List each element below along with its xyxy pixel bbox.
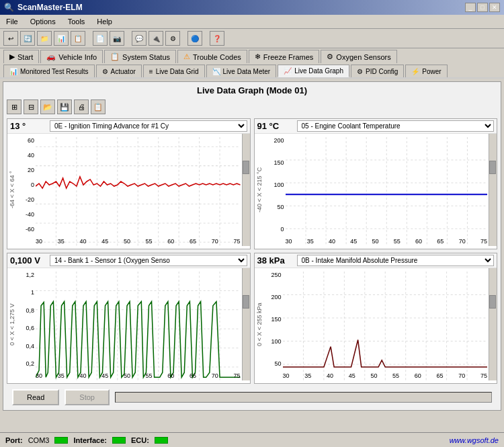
charts-grid: 13 ° 0E - Ignition Timing Advance for #1… <box>7 118 497 384</box>
grid-label: Live Data Grid <box>156 68 199 75</box>
toolbar-btn-8[interactable]: 💬 <box>132 31 146 46</box>
system-label: System Status <box>122 53 170 61</box>
tab-power[interactable]: ⚡ Power <box>405 65 447 77</box>
chart-oxygen-header: 0,100 V 14 - Bank 1 - Sensor 1 (Oxygen S… <box>7 253 250 268</box>
chart-manifold-area: 250 200 150 100 50 <box>264 268 497 380</box>
freeze-icon: ❄ <box>255 52 261 61</box>
tab-live-data-graph[interactable]: 📈 Live Data Graph <box>278 65 349 77</box>
chart-manifold-body: 0 < X < 255 kPa 250 200 150 100 50 <box>255 268 497 380</box>
chart-manifold-dropdown[interactable]: 0B - Intake Manifold Absolute Pressure <box>297 255 495 266</box>
menu-options[interactable]: Options <box>28 16 58 27</box>
ecu-indicator <box>155 437 168 444</box>
actuator-icon: ⚙ <box>102 68 108 75</box>
toolbar-btn-3[interactable]: 📁 <box>37 31 52 46</box>
chart-coolant-area: 200 150 100 50 0 <box>264 134 497 246</box>
chart-oxygen-yaxis: 0 < X < 1,275 V <box>7 268 17 380</box>
tab-bar-1: ▶ Start 🚗 Vehicle Info 📋 System Status ⚠… <box>0 48 504 63</box>
menu-help[interactable]: Help <box>94 16 115 27</box>
start-label: Start <box>17 53 33 61</box>
tab-actuator[interactable]: ⚙ Actuator <box>96 65 142 77</box>
chart-coolant-header: 91 °C 05 - Engine Coolant Temperature <box>255 119 497 134</box>
power-icon: ⚡ <box>411 68 419 75</box>
toolbar-btn-11[interactable]: 🔵 <box>187 31 202 46</box>
pid-label: PID Config <box>366 68 398 75</box>
chart-oxygen-value: 0,100 V <box>10 255 47 266</box>
toolbar-btn-10[interactable]: ⚙ <box>165 31 180 46</box>
main-content: Live Data Graph (Mode 01) ⊞ ⊟ 📂 💾 🖨 📋 13… <box>3 81 501 411</box>
chart-coolant-svg <box>286 137 488 246</box>
chart-manifold: 38 kPa 0B - Intake Manifold Absolute Pre… <box>254 253 498 384</box>
title-bar: 🔍 ScanMaster-ELM _ □ ✕ <box>0 0 504 15</box>
minimize-button[interactable]: _ <box>465 3 476 12</box>
grid-icon: ≡ <box>149 68 153 75</box>
tab-vehicle-info[interactable]: 🚗 Vehicle Info <box>40 50 103 63</box>
chart-ignition-value: 13 ° <box>10 121 47 131</box>
tab-freeze-frames[interactable]: ❄ Freeze Frames <box>249 50 320 63</box>
menu-tools[interactable]: Tools <box>65 16 88 27</box>
chart-coolant-yaxis: -40 < X < 215 °C <box>255 134 264 246</box>
tab-oxygen-sensors[interactable]: ⚙ Oxygen Sensors <box>321 50 396 63</box>
graph-label: Live Data Graph <box>294 67 343 75</box>
graph-btn-layout2[interactable]: ⊟ <box>24 99 38 114</box>
read-button[interactable]: Read <box>12 389 59 405</box>
tab-monitored-test[interactable]: 📊 Monitored Test Results <box>3 65 95 77</box>
graph-btn-open[interactable]: 📂 <box>40 99 55 114</box>
toolbar-btn-6[interactable]: 📄 <box>93 31 108 46</box>
section-title: Live Data Graph (Mode 01) <box>7 85 497 95</box>
interface-label: Interface: <box>73 436 107 444</box>
toolbar-btn-4[interactable]: 📊 <box>54 31 69 46</box>
main-toolbar: ↩ 🔄 📁 📊 📋 📄 📷 💬 🔌 ⚙ 🔵 ❓ <box>0 29 504 48</box>
port-indicator <box>54 437 68 444</box>
chart-ignition-dropdown[interactable]: 0E - Ignition Timing Advance for #1 Cy <box>50 120 247 132</box>
pid-icon: ⚙ <box>357 68 363 75</box>
stop-button[interactable]: Stop <box>65 389 110 405</box>
tab-trouble-codes[interactable]: ⚠ Trouble Codes <box>177 50 247 63</box>
tab-live-data-grid[interactable]: ≡ Live Data Grid <box>143 65 205 77</box>
trouble-icon: ⚠ <box>183 52 190 61</box>
toolbar-btn-2[interactable]: 🔄 <box>20 31 35 46</box>
app-title: ScanMaster-ELM <box>17 3 83 12</box>
chart-manifold-svg <box>283 272 488 380</box>
close-button[interactable]: ✕ <box>489 3 500 12</box>
app-icon: 🔍 <box>4 3 14 12</box>
system-icon: 📋 <box>110 52 120 61</box>
chart-oxygen-area: 1,2 1 0,8 0,6 0,4 0,2 <box>17 268 250 380</box>
meter-icon: 📉 <box>212 68 220 75</box>
tab-pid-config[interactable]: ⚙ PID Config <box>351 65 404 77</box>
tab-start[interactable]: ▶ Start <box>3 50 39 63</box>
power-label: Power <box>422 68 441 75</box>
tab-live-data-meter[interactable]: 📉 Live Data Meter <box>206 65 277 77</box>
freeze-label: Freeze Frames <box>263 53 314 61</box>
actuator-label: Actuator <box>111 68 136 75</box>
menu-file[interactable]: File <box>3 16 21 27</box>
chart-ignition-svg <box>36 137 241 246</box>
graph-icon: 📈 <box>284 67 292 75</box>
title-bar-buttons[interactable]: _ □ ✕ <box>465 3 500 12</box>
title-bar-left: 🔍 ScanMaster-ELM <box>4 3 83 12</box>
interface-indicator <box>112 437 126 444</box>
chart-manifold-header: 38 kPa 0B - Intake Manifold Absolute Pre… <box>255 253 497 268</box>
toolbar-btn-5[interactable]: 📋 <box>71 31 85 46</box>
toolbar-btn-1[interactable]: ↩ <box>3 31 18 46</box>
tab-system-status[interactable]: 📋 System Status <box>104 50 176 63</box>
brand-label: www.wgsoft.de <box>450 436 499 444</box>
graph-toolbar: ⊞ ⊟ 📂 💾 🖨 📋 <box>7 99 497 114</box>
chart-coolant-dropdown[interactable]: 05 - Engine Coolant Temperature <box>297 120 495 132</box>
chart-oxygen-body: 0 < X < 1,275 V 1,2 1 0,8 0,6 0,4 0,2 <box>7 268 250 380</box>
vehicle-icon: 🚗 <box>46 52 56 61</box>
toolbar-btn-7[interactable]: 📷 <box>110 31 124 46</box>
chart-coolant-body: -40 < X < 215 °C 200 150 100 50 0 <box>255 134 497 246</box>
graph-btn-layout[interactable]: ⊞ <box>7 99 22 114</box>
chart-oxygen-dropdown[interactable]: 14 - Bank 1 - Sensor 1 (Oxygen Senso <box>50 255 247 266</box>
monitored-icon: 📊 <box>9 68 17 75</box>
maximize-button[interactable]: □ <box>477 3 488 12</box>
graph-btn-settings[interactable]: 📋 <box>91 99 106 114</box>
ecu-label: ECU: <box>131 436 149 444</box>
graph-btn-save[interactable]: 💾 <box>57 99 72 114</box>
graph-btn-print[interactable]: 🖨 <box>74 99 89 114</box>
toolbar-btn-9[interactable]: 🔌 <box>149 31 163 46</box>
toolbar-btn-12[interactable]: ❓ <box>210 31 224 46</box>
chart-coolant: 91 °C 05 - Engine Coolant Temperature -4… <box>254 118 498 249</box>
monitored-label: Monitored Test Results <box>20 68 89 75</box>
trouble-label: Trouble Codes <box>193 53 241 61</box>
